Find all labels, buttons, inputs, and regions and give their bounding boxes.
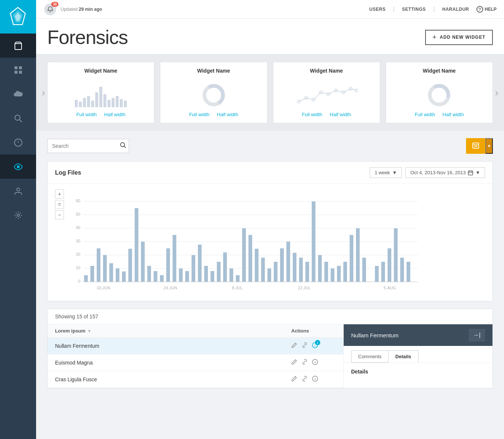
badge-count: 38 [51,2,58,7]
nav-help[interactable]: ? HELP [476,6,497,13]
widget-half-width-3[interactable]: Half width [330,112,351,117]
svg-rect-71 [198,245,202,282]
svg-rect-75 [223,252,227,282]
edit-icon-1[interactable] [291,342,297,350]
svg-rect-31 [473,143,479,148]
sidebar-item-cloud[interactable] [0,82,36,106]
widget-links-2: Full width Half width [166,112,261,117]
row-name-1: Nullam Fermentum [55,343,291,349]
widget-preview-3 [279,77,374,107]
detail-content: Details [344,363,492,384]
filter-button[interactable] [466,138,485,154]
widget-full-width-1[interactable]: Full width [76,112,97,117]
sidebar-item-basket[interactable] [0,34,36,58]
sidebar-item-settings[interactable] [0,203,36,227]
sidebar-item-apps[interactable] [0,58,36,82]
widget-half-width-1[interactable]: Half width [104,112,125,117]
period-button[interactable]: 1 week ▼ [370,167,402,178]
svg-rect-103 [407,262,410,282]
sidebar-item-search[interactable] [0,106,36,130]
svg-rect-62 [141,242,145,282]
svg-point-15 [17,214,19,216]
svg-rect-84 [280,248,284,282]
sidebar-item-user[interactable] [0,179,36,203]
table-row[interactable]: Euismod Magna [48,354,343,371]
nav-user[interactable]: HARALDUR [442,7,469,12]
svg-rect-53 [84,275,88,282]
link-icon-3[interactable] [302,376,308,383]
widget-full-width-2[interactable]: Full width [189,112,209,117]
search-icon[interactable] [120,142,126,150]
topbar-updated: Updated 29 min ago [61,7,102,12]
svg-text:24.JUN: 24.JUN [164,286,177,290]
svg-text:10.JUN: 10.JUN [97,286,110,290]
widgets-row: Widget Name [47,62,493,123]
svg-point-29 [121,143,125,147]
svg-text:50: 50 [76,212,80,216]
log-controls: 1 week ▼ Oct 4, 2013-Nov 16, 2013 ▼ [370,167,485,178]
svg-point-14 [17,188,20,191]
svg-rect-73 [211,271,214,282]
zoom-reset-button[interactable]: = [55,200,64,209]
table-row[interactable]: Nullam Fermentum [48,338,343,354]
svg-text:70: 70 [76,190,80,190]
svg-text:0: 0 [78,279,80,283]
gallery-next-button[interactable]: › [491,83,502,102]
svg-rect-100 [388,248,391,282]
link-icon-2[interactable] [302,359,308,366]
svg-point-13 [17,166,19,168]
svg-text:22.JUL: 22.JUL [298,286,311,290]
tab-comments[interactable]: Comments [351,350,388,363]
log-header: Log Files 1 week ▼ Oct 4, 2013-Nov 16, 2… [48,162,492,184]
widget-title-4: Widget Name [392,68,487,74]
filter-dropdown-button[interactable]: ▼ [485,138,493,154]
widget-preview-2 [166,77,261,107]
link-icon-1[interactable] [302,342,308,350]
svg-point-8 [15,115,20,120]
nav-users[interactable]: USERS [369,7,386,12]
row-actions-3 [291,376,336,383]
edit-icon-2[interactable] [291,359,297,366]
add-widget-button[interactable]: + ADD NEW WIDGET [425,30,493,45]
zoom-in-button[interactable]: + [55,190,64,198]
widget-preview-4 [392,77,487,107]
widget-full-width-4[interactable]: Full width [415,112,435,117]
date-range-button[interactable]: Oct 4, 2013-Nov 16, 2013 ▼ [405,167,485,178]
svg-text:20: 20 [76,252,80,257]
widget-half-width-4[interactable]: Half width [443,112,464,117]
zoom-out-button[interactable]: − [55,210,64,219]
svg-rect-98 [375,266,379,282]
app-logo[interactable] [0,0,36,34]
svg-rect-68 [179,268,183,282]
gallery-prev-button[interactable]: › [38,83,49,102]
svg-rect-96 [356,228,360,282]
sidebar-item-monitor[interactable] [0,155,36,179]
svg-text:10: 10 [76,265,80,270]
svg-rect-77 [236,275,240,282]
sidebar-item-activity[interactable] [0,130,36,155]
widget-half-width-2[interactable]: Half width [217,112,238,117]
svg-rect-66 [166,248,170,282]
widget-title-1: Widget Name [53,68,148,74]
svg-rect-78 [242,228,246,282]
main-content: 38 Updated 29 min ago USERS | SETTINGS |… [36,0,504,439]
page-header: Forensics + ADD NEW WIDGET [36,19,504,54]
svg-rect-87 [299,258,303,282]
svg-text:5.AUG: 5.AUG [383,286,396,290]
nav-settings[interactable]: SETTINGS [402,7,426,12]
content-area: Forensics + ADD NEW WIDGET › Widget Name [36,19,504,439]
detail-expand-button[interactable]: →| [469,329,485,341]
notification-badge[interactable]: 38 [44,3,57,16]
svg-line-9 [19,120,22,122]
tab-details[interactable]: Details [388,350,418,363]
info-icon-3[interactable] [312,376,318,383]
edit-icon-3[interactable] [291,376,297,383]
widget-full-width-3[interactable]: Full width [302,112,322,117]
table-row[interactable]: Cras Ligula Fusce [48,371,343,388]
svg-rect-34 [468,171,473,175]
search-input[interactable] [52,143,117,149]
log-title: Log Files [55,169,81,176]
svg-rect-60 [128,249,132,282]
info-icon-2[interactable] [312,359,318,366]
comment-icon-1[interactable]: i 1 [312,342,318,350]
